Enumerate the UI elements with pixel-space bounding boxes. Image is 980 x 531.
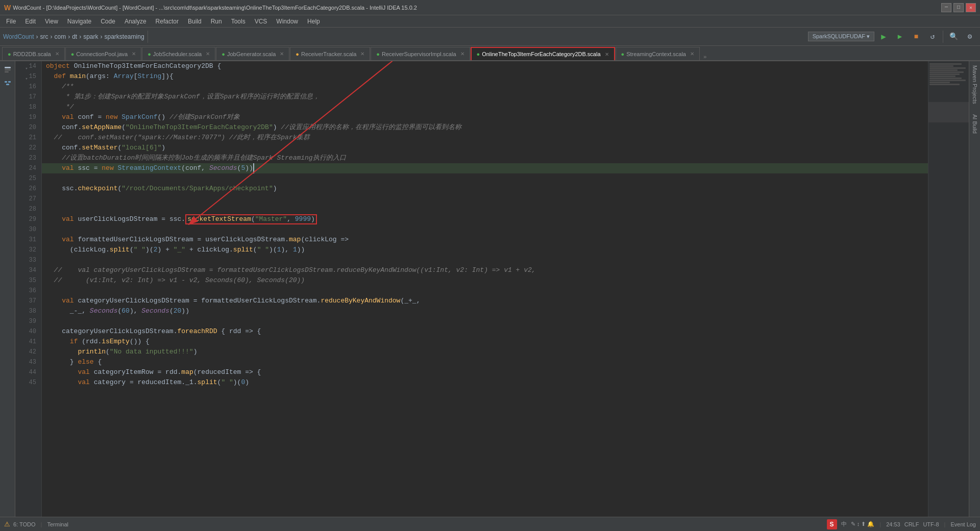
line-num-14: ▾14 <box>17 61 39 71</box>
tab-close-streamingcontext[interactable]: ✕ <box>690 51 694 57</box>
close-button[interactable]: ✕ <box>966 3 976 12</box>
code-line-26: ssc.checkpoint("/root/Documents/SparkApp… <box>42 184 928 194</box>
status-sep: | <box>41 521 42 527</box>
tab-close-connectionpool[interactable]: ✕ <box>132 51 136 57</box>
line-num-35: 35 <box>17 275 39 286</box>
toolbar-right: SparkSQLUDFUDAF ▾ ▶ ▶ ■ ↺ 🔍 ⚙ <box>808 30 977 44</box>
sparksqludf-dropdown[interactable]: SparkSQLUDFUDAF ▾ <box>808 32 874 41</box>
menu-code[interactable]: Code <box>96 17 119 26</box>
menu-analyze[interactable]: Analyze <box>120 17 151 26</box>
menu-navigate[interactable]: Navigate <box>63 17 95 26</box>
toolbar-separator <box>148 31 148 43</box>
code-line-16: /** <box>42 82 928 92</box>
code-line-43: } else { <box>42 357 928 367</box>
window-controls: ─ □ ✕ <box>941 3 976 12</box>
code-line-28 <box>42 204 928 214</box>
line-num-32: 32 <box>17 245 39 255</box>
tab-jobscheduler[interactable]: ● JobScheduler.scala ✕ <box>142 47 215 60</box>
title-bar: W WordCount - [D:\IdeaProjects\WordCount… <box>0 0 980 15</box>
ai-build-tab[interactable]: AI Build <box>971 110 979 138</box>
status-icons: ✎ ↕ ⬆ 🔔 <box>851 521 875 527</box>
minimap-line <box>929 84 960 85</box>
tab-close-onlinethetop3[interactable]: ✕ <box>605 52 609 57</box>
tab-receiversupervisor[interactable]: ● ReceiverSupervisorImpl.scala ✕ <box>371 47 470 60</box>
tab-bar: ● RDD2DB.scala ✕ ● ConnectionPool.java ✕… <box>0 46 980 61</box>
tab-label-onlinethetop3: OnlineTheTop3ItemForEachCategory2DB.scal… <box>482 51 600 57</box>
maven-projects-tab[interactable]: Maven Projects <box>971 61 979 108</box>
minimap-line <box>929 63 962 65</box>
sidebar-structure-icon[interactable] <box>1 78 14 91</box>
tab-label-connectionpool: ConnectionPool.java <box>76 51 128 57</box>
stop-button[interactable]: ■ <box>909 30 923 44</box>
code-line-36 <box>42 286 928 296</box>
tab-close-receiversupervisor[interactable]: ✕ <box>460 51 464 57</box>
line-numbers: ▾14 ▾15 16 17 18 19 20 21 22 23 24 25 26… <box>15 61 42 517</box>
menu-refactor[interactable]: Refactor <box>152 17 183 26</box>
menu-file[interactable]: File <box>2 17 20 26</box>
code-line-37: val categoryUserClickLogsDStream = forma… <box>42 296 928 306</box>
warning-icon: ⚠ <box>4 520 10 528</box>
gear-button[interactable]: ⚙ <box>963 30 977 44</box>
left-sidebar <box>0 61 15 517</box>
encoding-label[interactable]: UTF-8 <box>923 521 939 527</box>
code-line-29: val userClickLogsDStream = ssc.socketTex… <box>42 214 928 224</box>
run-green-button[interactable]: ▶ <box>893 30 907 44</box>
tab-onlinethetop3[interactable]: ● OnlineTheTop3ItemForEachCategory2DB.sc… <box>471 47 615 60</box>
tab-receivertracker[interactable]: ● ReceiverTracker.scala ✕ <box>290 47 370 60</box>
tab-connectionpool[interactable]: ● ConnectionPool.java ✕ <box>65 47 142 60</box>
menu-build[interactable]: Build <box>184 17 206 26</box>
minimap-line <box>929 69 958 71</box>
line-num-34: 34 <box>17 265 39 275</box>
tab-dot-rdd2db: ● <box>8 51 11 57</box>
sidebar-project-icon[interactable] <box>1 63 14 77</box>
code-area[interactable]: object OnlineTheTop3ItemForEachCategory2… <box>42 61 928 517</box>
tab-close-rdd2db[interactable]: ✕ <box>55 51 59 57</box>
minimap <box>928 61 969 517</box>
menu-window[interactable]: Window <box>272 17 302 26</box>
todo-label[interactable]: 6: TODO <box>13 521 36 527</box>
search-button[interactable]: 🔍 <box>946 30 961 44</box>
tab-close-jobgenerator[interactable]: ✕ <box>280 51 284 57</box>
line-num-33: 33 <box>17 255 39 265</box>
tab-dot-onlinethetop3: ● <box>477 51 480 57</box>
menu-edit[interactable]: Edit <box>21 17 40 26</box>
line-num-18: 18 <box>17 102 39 112</box>
right-panel: Maven Projects AI Build <box>969 61 980 517</box>
code-line-45: val category = reducedItem._1.split(" ")… <box>42 377 928 388</box>
breadcrumb-spark: spark <box>83 33 98 40</box>
menu-tools[interactable]: Tools <box>227 17 250 26</box>
run-button[interactable]: ▶ <box>876 30 891 44</box>
terminal-label[interactable]: Terminal <box>47 521 68 527</box>
tab-rdd2db[interactable]: ● RDD2DB.scala ✕ <box>2 47 65 60</box>
rerun-button[interactable]: ↺ <box>925 30 940 44</box>
code-line-44: val categoryItemRow = rdd.map(reducedIte… <box>42 367 928 377</box>
maximize-button[interactable]: □ <box>953 3 964 12</box>
tab-close-jobscheduler[interactable]: ✕ <box>206 51 210 57</box>
event-log-label[interactable]: Event Log <box>950 521 976 527</box>
tab-label-streamingcontext: StreamingContext.scala <box>626 51 686 57</box>
code-line-20: conf.setAppName("OnlineTheTop3ItemForEac… <box>42 122 928 133</box>
line-num-44: 44 <box>17 367 39 377</box>
crlf-label[interactable]: CRLF <box>904 521 919 527</box>
minimap-line <box>929 82 950 83</box>
svg-rect-1 <box>5 69 11 70</box>
menu-view[interactable]: View <box>41 17 62 26</box>
tab-dot-streamingcontext: ● <box>621 51 625 57</box>
code-line-22: conf.setMaster("local[6]") <box>42 143 928 153</box>
tab-label-jobscheduler: JobScheduler.scala <box>153 51 202 57</box>
tab-close-receivertracker[interactable]: ✕ <box>360 51 364 57</box>
tab-dot-receivertracker: ● <box>296 51 299 57</box>
code-line-18: */ <box>42 102 928 112</box>
code-line-27 <box>42 194 928 204</box>
menu-help[interactable]: Help <box>303 17 324 26</box>
code-line-25 <box>42 173 928 184</box>
menu-vcs[interactable]: VCS <box>251 17 272 26</box>
tab-jobgenerator[interactable]: ● JobGenerator.scala ✕ <box>216 47 289 60</box>
code-line-39 <box>42 316 928 326</box>
tab-streamingcontext[interactable]: ● StreamingContext.scala ✕ <box>616 47 700 60</box>
code-line-32: (clickLog.split(" ")(2) + "_" + clickLog… <box>42 245 928 255</box>
minimize-button[interactable]: ─ <box>941 3 951 12</box>
menu-run[interactable]: Run <box>207 17 226 26</box>
more-tabs-button[interactable]: » <box>700 54 710 60</box>
line-num-40: 40 <box>17 326 39 337</box>
